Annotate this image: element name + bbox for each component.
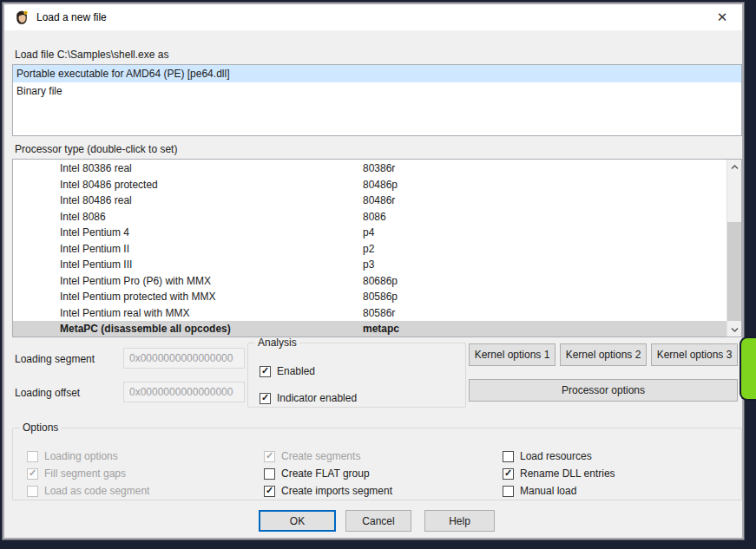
checkbox-label: Manual load xyxy=(520,485,576,497)
loading-segment-label: Loading segment xyxy=(15,353,95,365)
ida-app-icon xyxy=(14,10,30,25)
green-side-tab[interactable] xyxy=(740,337,756,401)
checkbox-label: Enabled xyxy=(277,365,315,377)
checkbox-analysis-enabled[interactable]: Enabled xyxy=(260,363,357,380)
processor-row[interactable]: Intel 80486 protected80486p xyxy=(13,177,726,193)
checkbox-create-imports-segment[interactable]: Create imports segment xyxy=(264,482,392,500)
loading-offset-label: Loading offset xyxy=(15,387,80,399)
checkbox-label: Create segments xyxy=(281,450,360,462)
kernel-options-1-button[interactable]: Kernel options 1 xyxy=(469,343,555,366)
checkbox-fill-segment-gaps[interactable]: Fill segment gaps xyxy=(27,465,149,482)
checkbox-create-flat-group[interactable]: Create FLAT group xyxy=(264,465,392,482)
processor-rows: Intel 80386 real80386r Intel 80486 prote… xyxy=(13,160,726,337)
processor-abbr: 80386r xyxy=(363,160,395,177)
options-column-2: Create segments Create FLAT group Create… xyxy=(264,448,392,500)
kernel-options-3-button[interactable]: Kernel options 3 xyxy=(651,343,738,366)
checkbox-label: Create FLAT group xyxy=(281,467,370,480)
processor-abbr: p3 xyxy=(363,257,374,273)
checkbox-load-as-code-segment[interactable]: Load as code segment xyxy=(27,482,149,500)
checkbox-box xyxy=(264,486,275,497)
processor-type-label: Processor type (double-click to set) xyxy=(15,143,177,155)
checkbox-load-resources[interactable]: Load resources xyxy=(503,448,615,465)
checkbox-box xyxy=(27,486,38,497)
checkbox-box xyxy=(264,451,275,462)
window-title: Load a new file xyxy=(36,11,107,23)
checkbox-create-segments[interactable]: Create segments xyxy=(264,448,392,465)
processor-row[interactable]: Intel Pentium protected with MMX80586p xyxy=(13,289,726,305)
chevron-up-icon[interactable] xyxy=(727,160,742,174)
processor-abbr: metapc xyxy=(363,321,399,337)
checkbox-label: Loading options xyxy=(44,450,118,462)
checkbox-label: Indicator enabled xyxy=(277,392,357,404)
processor-abbr: 80486p xyxy=(363,177,398,193)
checkbox-label: Rename DLL entries xyxy=(520,467,615,480)
processor-row[interactable]: Intel Pentium 4p4 xyxy=(13,225,726,241)
checkbox-box xyxy=(264,468,275,480)
checkbox-label: Fill segment gaps xyxy=(44,467,126,480)
processor-abbr: 80586r xyxy=(363,305,395,322)
loading-offset-field[interactable] xyxy=(123,382,245,402)
load-file-dialog: Load a new file ✕ Load file C:\Samples\s… xyxy=(4,4,742,538)
checkbox-manual-load[interactable]: Manual load xyxy=(503,482,615,500)
chevron-down-icon[interactable] xyxy=(727,322,742,337)
processor-abbr: p4 xyxy=(363,225,374,241)
processor-row[interactable]: Intel Pentium Pro (P6) with MMX80686p xyxy=(13,273,726,290)
processor-options-button[interactable]: Processor options xyxy=(469,379,738,402)
processor-list-scrollbar[interactable] xyxy=(726,160,741,337)
close-icon[interactable]: ✕ xyxy=(706,4,739,30)
processor-row[interactable]: Intel Pentium IIp2 xyxy=(13,241,726,258)
processor-row[interactable]: Intel 80486 real80486r xyxy=(13,193,726,209)
options-group: Options Loading options Fill segment gap… xyxy=(12,422,742,500)
checkbox-indicator-enabled[interactable]: Indicator enabled xyxy=(260,389,357,407)
processor-type-list: Intel 80386 real80386r Intel 80486 prote… xyxy=(12,159,742,337)
checkbox-box xyxy=(260,393,271,404)
processor-abbr: 80586p xyxy=(363,289,398,305)
checkbox-box xyxy=(503,451,514,462)
checkbox-label: Create imports segment xyxy=(281,485,392,497)
options-group-title: Options xyxy=(20,422,61,434)
processor-abbr: 8086 xyxy=(363,209,386,225)
processor-abbr: 80486r xyxy=(363,193,395,209)
file-prompt-label: Load file C:\Samples\shell.exe as xyxy=(15,49,168,61)
kernel-options-2-button[interactable]: Kernel options 2 xyxy=(560,343,647,366)
checkbox-box xyxy=(503,486,514,497)
checkbox-box xyxy=(260,366,271,377)
processor-row[interactable]: MetaPC (disassemble all opcodes)metapc xyxy=(13,321,726,337)
checkbox-loading-options[interactable]: Loading options xyxy=(27,448,149,465)
checkbox-label: Load as code segment xyxy=(44,485,149,497)
processor-row[interactable]: Intel 80386 real80386r xyxy=(13,160,726,177)
processor-row[interactable]: Intel 80868086 xyxy=(13,209,726,225)
cancel-button[interactable]: Cancel xyxy=(345,510,411,532)
checkbox-box xyxy=(27,451,38,462)
processor-row[interactable]: Intel Pentium real with MMX80586r xyxy=(13,305,726,322)
help-button[interactable]: Help xyxy=(424,510,495,532)
ok-button[interactable]: OK xyxy=(259,510,336,532)
checkbox-rename-dll-entries[interactable]: Rename DLL entries xyxy=(503,465,615,482)
file-type-list: Portable executable for AMD64 (PE) [pe64… xyxy=(12,64,742,136)
checkbox-label: Load resources xyxy=(520,450,592,462)
file-type-row[interactable]: Portable executable for AMD64 (PE) [pe64… xyxy=(13,65,741,82)
scrollbar-thumb[interactable] xyxy=(727,222,742,321)
processor-row[interactable]: Intel Pentium IIIp3 xyxy=(13,257,726,273)
processor-abbr: p2 xyxy=(363,241,374,258)
checkbox-box xyxy=(503,468,514,480)
analysis-group: Analysis Enabled Indicator enabled xyxy=(247,337,466,408)
options-column-1: Loading options Fill segment gaps Load a… xyxy=(27,448,149,500)
options-column-3: Load resources Rename DLL entries Manual… xyxy=(503,448,615,500)
checkbox-box xyxy=(27,468,38,480)
analysis-group-title: Analysis xyxy=(255,337,299,349)
processor-abbr: 80686p xyxy=(363,273,398,290)
file-type-row[interactable]: Binary file xyxy=(13,82,741,100)
title-bar[interactable]: Load a new file ✕ xyxy=(4,4,742,30)
loading-segment-field[interactable] xyxy=(123,348,245,369)
screenshot-root: { "window": { "title": "Load a new file"… xyxy=(0,0,756,549)
